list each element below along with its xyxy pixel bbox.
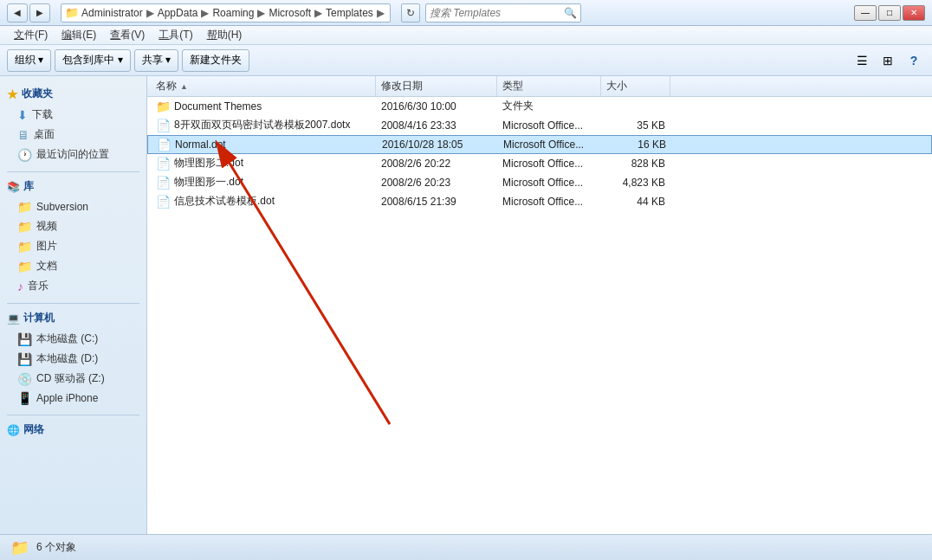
nav-buttons: ◀ ▶	[7, 3, 50, 23]
view-tiles-button[interactable]: ⊞	[877, 49, 899, 72]
sidebar-iphone-label: Apple iPhone	[36, 392, 98, 404]
favorites-label: 收藏夹	[22, 87, 53, 101]
file-icon-0: 📁	[156, 100, 171, 113]
file-type-0: 文件夹	[497, 99, 601, 113]
file-name-1: 📄 8开双面双页码密封试卷模板2007.dotx	[151, 118, 376, 132]
status-bar: 📁 6 个对象	[0, 534, 932, 560]
address-right: ↻	[401, 3, 420, 23]
sidebar-item-downloads[interactable]: ⬇ 下载	[0, 105, 146, 125]
download-icon: ⬇	[17, 108, 28, 122]
sidebar-item-drive-d[interactable]: 💾 本地磁盘 (D:)	[0, 349, 146, 369]
title-bar-left: ◀ ▶ 📁 Administrator ▶ AppData ▶ Roaming …	[7, 3, 581, 23]
help-icon-button[interactable]: ?	[903, 49, 925, 72]
menu-file[interactable]: 文件(F)	[7, 26, 55, 44]
sidebar-favorites-header[interactable]: ★ 收藏夹	[0, 83, 146, 105]
sidebar-item-subversion[interactable]: 📁 Subversion	[0, 197, 146, 216]
drive-c-icon: 💾	[17, 332, 32, 346]
share-label: 共享 ▾	[142, 53, 171, 68]
file-row-1[interactable]: 📄 8开双面双页码密封试卷模板2007.dotx 2008/4/16 23:33…	[147, 116, 932, 135]
status-count: 6 个对象	[36, 540, 76, 555]
library-label: 库	[23, 179, 34, 194]
music-icon: ♪	[17, 280, 23, 293]
computer-icon: 💻	[7, 312, 20, 325]
file-row-3[interactable]: 📄 物理图形二.dot 2008/2/6 20:22 Microsoft Off…	[147, 154, 932, 173]
menu-bar: 文件(F) 编辑(E) 查看(V) 工具(T) 帮助(H)	[0, 26, 932, 45]
col-header-date[interactable]: 修改日期	[376, 76, 497, 96]
sidebar-item-recent[interactable]: 🕐 最近访问的位置	[0, 145, 146, 164]
maximize-button[interactable]: □	[878, 5, 901, 21]
sidebar-desktop-label: 桌面	[34, 127, 55, 142]
file-date-1: 2008/4/16 23:33	[376, 119, 497, 132]
sidebar-item-pictures[interactable]: 📁 图片	[0, 236, 146, 256]
file-date-2: 2016/10/28 18:05	[377, 138, 498, 151]
minimize-button[interactable]: —	[854, 5, 877, 21]
pictures-icon: 📁	[17, 240, 32, 254]
file-size-4: 4,823 KB	[601, 177, 670, 189]
forward-button[interactable]: ▶	[29, 3, 50, 23]
sidebar-subversion-label: Subversion	[36, 201, 88, 213]
sidebar-library-header[interactable]: 📚 库	[0, 176, 146, 197]
crumb-appdata[interactable]: AppData	[158, 7, 198, 19]
refresh-button[interactable]: ↻	[401, 3, 420, 23]
status-folder-icon: 📁	[10, 538, 29, 557]
menu-view[interactable]: 查看(V)	[103, 26, 152, 44]
sidebar: ★ 收藏夹 ⬇ 下载 🖥 桌面 🕐 最近访问的位置 📚 库	[0, 76, 147, 534]
menu-tools[interactable]: 工具(T)	[152, 26, 199, 44]
file-icon-1: 📄	[156, 119, 171, 132]
menu-edit[interactable]: 编辑(E)	[55, 26, 103, 44]
file-icon-2: 📄	[157, 138, 172, 151]
add-to-library-button[interactable]: 包含到库中 ▾	[55, 49, 130, 72]
file-row-4[interactable]: 📄 物理图形一.dot 2008/2/6 20:23 Microsoft Off…	[147, 173, 932, 192]
organize-button[interactable]: 组织 ▾	[7, 49, 51, 72]
sidebar-item-documents[interactable]: 📁 文档	[0, 256, 146, 276]
sidebar-item-video[interactable]: 📁 视频	[0, 216, 146, 236]
col-header-type[interactable]: 类型	[497, 76, 601, 96]
file-icon-3: 📄	[156, 157, 171, 171]
file-row-0[interactable]: 📁 Document Themes 2016/6/30 10:00 文件夹	[147, 97, 932, 116]
sidebar-music-label: 音乐	[28, 279, 49, 293]
sidebar-recent-label: 最近访问的位置	[36, 147, 109, 162]
crumb-administrator[interactable]: Administrator	[81, 7, 143, 19]
col-header-size[interactable]: 大小	[601, 76, 670, 96]
menu-help[interactable]: 帮助(H)	[200, 26, 249, 44]
sidebar-item-iphone[interactable]: 📱 Apple iPhone	[0, 389, 146, 408]
recent-icon: 🕐	[17, 148, 32, 162]
close-button[interactable]: ✕	[903, 5, 925, 21]
search-box[interactable]: 🔍	[425, 3, 581, 23]
crumb-microsoft[interactable]: Microsoft	[269, 7, 311, 19]
video-icon: 📁	[17, 220, 32, 234]
search-input[interactable]	[430, 7, 564, 19]
sidebar-item-music[interactable]: ♪ 音乐	[0, 276, 146, 296]
crumb-roaming[interactable]: Roaming	[212, 7, 254, 19]
sidebar-section-computer: 💻 计算机 💾 本地磁盘 (C:) 💾 本地磁盘 (D:) 💿 CD 驱动器 (…	[0, 307, 146, 408]
desktop-icon: 🖥	[17, 128, 29, 142]
organize-label: 组织 ▾	[15, 53, 43, 68]
share-button[interactable]: 共享 ▾	[134, 49, 178, 72]
sidebar-item-cd[interactable]: 💿 CD 驱动器 (Z:)	[0, 369, 146, 389]
title-bar: ◀ ▶ 📁 Administrator ▶ AppData ▶ Roaming …	[0, 0, 932, 26]
address-bar[interactable]: 📁 Administrator ▶ AppData ▶ Roaming ▶ Mi…	[61, 3, 391, 23]
sidebar-drive-d-label: 本地磁盘 (D:)	[36, 351, 98, 366]
col-header-name[interactable]: 名称 ▲	[151, 76, 376, 96]
sort-arrow-icon: ▲	[180, 82, 188, 91]
sidebar-section-favorites: ★ 收藏夹 ⬇ 下载 🖥 桌面 🕐 最近访问的位置	[0, 83, 146, 164]
new-folder-button[interactable]: 新建文件夹	[182, 49, 249, 72]
file-row-2[interactable]: 📄 Normal.dot 2016/10/28 18:05 Microsoft …	[147, 135, 932, 154]
file-size-1: 35 KB	[601, 119, 670, 132]
crumb-templates[interactable]: Templates	[326, 7, 373, 19]
crumb-sep-2: ▶	[201, 7, 209, 19]
file-row-5[interactable]: 📄 信息技术试卷模板.dot 2008/6/15 21:39 Microsoft…	[147, 192, 932, 211]
col-name-label: 名称	[156, 79, 177, 93]
sidebar-divider-3	[7, 415, 139, 415]
iphone-icon: 📱	[17, 391, 32, 405]
star-icon: ★	[7, 87, 18, 101]
sidebar-item-drive-c[interactable]: 💾 本地磁盘 (C:)	[0, 329, 146, 349]
add-to-library-label: 包含到库中 ▾	[62, 53, 122, 68]
file-name-0: 📁 Document Themes	[151, 100, 376, 113]
back-button[interactable]: ◀	[7, 3, 28, 23]
sidebar-computer-header[interactable]: 💻 计算机	[0, 307, 146, 329]
sidebar-item-desktop[interactable]: 🖥 桌面	[0, 125, 146, 145]
cd-icon: 💿	[17, 372, 32, 386]
sidebar-network-header[interactable]: 🌐 网络	[0, 419, 146, 441]
view-details-button[interactable]: ☰	[851, 49, 873, 72]
